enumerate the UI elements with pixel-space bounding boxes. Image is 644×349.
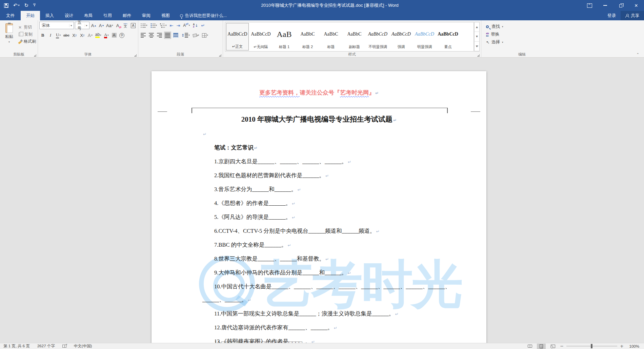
- cut-button[interactable]: ✕剪切: [18, 24, 36, 30]
- style-item-标题1[interactable]: AaB标题 1: [273, 23, 296, 50]
- customize-qat-icon[interactable]: ▾: [33, 4, 36, 7]
- borders-button[interactable]: ▾: [201, 32, 209, 39]
- character-shading-button[interactable]: A: [111, 32, 118, 39]
- tab-引用[interactable]: 引用: [98, 11, 117, 20]
- styles-gallery-scrollbar[interactable]: ▲ ▼ ▼: [474, 22, 480, 52]
- find-button[interactable]: 查找▾: [486, 24, 561, 29]
- show-hide-marks-button[interactable]: ↵: [200, 22, 206, 29]
- character-border-button[interactable]: A: [130, 22, 137, 29]
- style-item-无间隔[interactable]: AaBbCcD↵无间隔: [249, 23, 272, 50]
- print-layout-button[interactable]: [537, 344, 546, 349]
- shading-button[interactable]: ▾: [192, 32, 200, 39]
- shrink-font-button[interactable]: A▼: [98, 22, 105, 29]
- zoom-percentage[interactable]: 100%: [626, 344, 639, 348]
- save-icon[interactable]: [4, 3, 8, 8]
- redo-icon[interactable]: ↻: [24, 3, 29, 8]
- italic-button[interactable]: I: [47, 32, 54, 39]
- style-item-强调[interactable]: AaBbCcD强调: [390, 23, 412, 50]
- highlight-color-button[interactable]: ab▾: [95, 32, 102, 39]
- style-item-明显强调[interactable]: AaBbCcD明显强调: [413, 23, 436, 50]
- style-item-不明显强调[interactable]: AaBbCcD不明显强调: [366, 23, 389, 50]
- tab-插入[interactable]: 插入: [40, 11, 59, 20]
- font-name-combo[interactable]: 宋体▾: [39, 22, 74, 29]
- subscript-button[interactable]: X2: [71, 32, 78, 39]
- tab-file[interactable]: 文件: [0, 11, 21, 20]
- phonetic-guide-button[interactable]: wén文: [122, 22, 129, 29]
- text-effects-button[interactable]: A▾: [87, 32, 94, 39]
- justify-button[interactable]: [164, 32, 171, 39]
- grow-font-button[interactable]: A▲: [90, 22, 97, 29]
- replace-button[interactable]: abac替换: [486, 32, 561, 37]
- font-size-combo[interactable]: 五号▾: [75, 22, 89, 29]
- ribbon-display-options-icon[interactable]: ^: [582, 0, 597, 11]
- tab-审阅[interactable]: 审阅: [137, 11, 156, 20]
- enclose-characters-button[interactable]: 字: [119, 32, 125, 39]
- zoom-out-icon[interactable]: −: [560, 344, 564, 349]
- line-spacing-button[interactable]: ↕▾: [180, 32, 191, 39]
- paste-button[interactable]: 粘贴 ▾: [1, 22, 17, 52]
- style-item-标题[interactable]: AaBbC标题: [320, 23, 342, 50]
- styles-scroll-down-icon[interactable]: ▼: [475, 32, 479, 41]
- font-name-dropdown-icon[interactable]: ▾: [69, 24, 73, 27]
- increase-indent-button[interactable]: ⇥: [175, 22, 181, 29]
- tab-邮件[interactable]: 邮件: [117, 11, 137, 20]
- close-icon[interactable]: ✕: [628, 0, 644, 11]
- page-indicator[interactable]: 第 1 页, 共 6 页: [3, 344, 30, 349]
- tab-视图[interactable]: 视图: [156, 11, 175, 20]
- style-item-正文[interactable]: AaBbCcD↵正文: [226, 23, 249, 50]
- clipboard-dialog-launcher-icon[interactable]: [34, 54, 36, 57]
- collapse-ribbon-icon[interactable]: ⌃: [637, 53, 639, 56]
- styles-more-icon[interactable]: ▼: [475, 42, 479, 51]
- tab-布局[interactable]: 布局: [79, 11, 98, 20]
- format-painter-button[interactable]: 格式刷: [18, 39, 36, 44]
- minimize-icon[interactable]: [597, 0, 613, 11]
- change-case-button[interactable]: Aa▾: [106, 22, 113, 29]
- share-button[interactable]: 共享: [621, 11, 644, 20]
- sort-button[interactable]: AZ↓: [192, 22, 199, 29]
- asian-layout-button[interactable]: A⇄▾: [182, 22, 191, 29]
- language-indicator[interactable]: 中文(中国): [74, 344, 92, 349]
- select-button[interactable]: ↖选择▾: [486, 39, 561, 45]
- styles-scroll-up-icon[interactable]: ▲: [475, 22, 479, 32]
- bullets-button[interactable]: ▾: [140, 22, 148, 29]
- superscript-button[interactable]: X2: [79, 32, 86, 39]
- decrease-indent-button[interactable]: ⇤: [169, 22, 175, 29]
- word-count[interactable]: 2627 个字: [37, 344, 55, 349]
- tell-me-box[interactable]: 告诉我您想要做什么...: [175, 11, 232, 20]
- undo-icon[interactable]: ↶▾: [13, 3, 20, 8]
- distribute-button[interactable]: [172, 32, 179, 39]
- copy-button[interactable]: 复制: [18, 32, 36, 37]
- align-right-button[interactable]: [156, 32, 163, 39]
- paragraph-dialog-launcher-icon[interactable]: [219, 54, 221, 57]
- bold-button[interactable]: B: [39, 32, 46, 39]
- style-item-要点[interactable]: AaBbCcD要点: [437, 23, 459, 50]
- font-dialog-launcher-icon[interactable]: [134, 54, 137, 57]
- proofing-status-icon[interactable]: [62, 345, 66, 348]
- clear-formatting-button[interactable]: A: [114, 22, 121, 29]
- zoom-slider-thumb[interactable]: [591, 344, 592, 348]
- zoom-slider[interactable]: [566, 346, 617, 346]
- align-center-button[interactable]: [148, 32, 155, 39]
- zoom-in-icon[interactable]: +: [620, 344, 624, 349]
- tab-设计[interactable]: 设计: [59, 11, 79, 20]
- font-size-dropdown-icon[interactable]: ▾: [85, 24, 88, 27]
- question-line: 5.《阿凡达》的导演是______。↵: [202, 210, 451, 224]
- underline-button[interactable]: U▾: [55, 32, 62, 39]
- sign-in-button[interactable]: 登录: [603, 11, 621, 20]
- tab-开始[interactable]: 开始: [21, 11, 40, 20]
- document-page[interactable]: 艺考时光 更多艺考资料，请关注公众号『艺考时光网』↵ 2010 年聊城大学广播电…: [152, 71, 486, 343]
- styles-dialog-launcher-icon[interactable]: [477, 54, 480, 57]
- strikethrough-button[interactable]: abc: [63, 32, 70, 39]
- style-item-标题2[interactable]: AaBbC标题 2: [296, 23, 319, 50]
- read-mode-button[interactable]: [525, 344, 534, 349]
- web-layout-button[interactable]: [548, 344, 557, 349]
- web-layout-icon: [551, 345, 555, 348]
- style-item-副标题[interactable]: AaBbC副标题: [343, 23, 366, 50]
- numbering-button[interactable]: ▾: [149, 22, 158, 29]
- multilevel-list-button[interactable]: ▾: [159, 22, 168, 29]
- restore-icon[interactable]: [613, 0, 628, 11]
- paste-dropdown-icon[interactable]: ▾: [8, 41, 10, 43]
- font-color-button[interactable]: A▾: [103, 32, 110, 39]
- document-title: 2010 年聊城大学广播电视编导专业招生考试试题↵: [152, 115, 486, 124]
- align-left-button[interactable]: [140, 32, 147, 39]
